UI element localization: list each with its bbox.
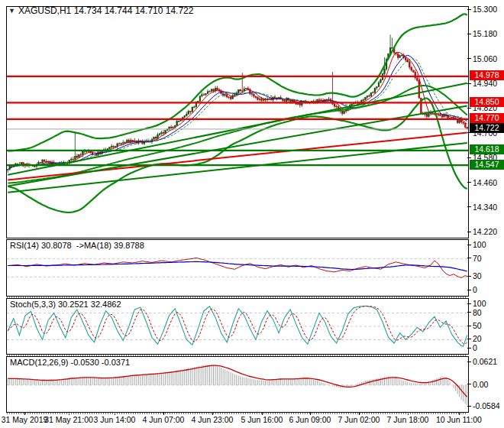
sub-tick-label: 20 — [473, 334, 482, 343]
sub-tick-label: 0.00 — [473, 380, 488, 389]
bar-tick-strip — [7, 297, 467, 298]
time-axis-label: 4 Jun 07:00 — [143, 415, 185, 424]
price-tick-label: 14.220 — [473, 227, 497, 236]
price-badge-resistance: 14.978 — [470, 70, 504, 80]
sub-tick — [467, 290, 471, 290]
price-badge-support: 14.547 — [470, 160, 504, 170]
sub-tick — [467, 245, 471, 245]
macd-label: MACD(12,26,9) -0.0530 -0.0371 — [10, 358, 130, 367]
time-axis-label: 31 May 2019 — [2, 415, 48, 424]
trading-terminal-chart: { "header": { "symbol": "XAGUSD,H1", "oh… — [0, 0, 504, 428]
sub-tick-label: 80 — [473, 308, 482, 317]
rsi-panel[interactable]: RSI(14) 30.8078 ->MA(18) 39.8788 — [6, 239, 469, 297]
price-tick — [467, 34, 471, 34]
price-tick-label: 15.300 — [473, 5, 497, 14]
candlestick-canvas[interactable] — [7, 7, 468, 238]
stochastic-panel[interactable]: Stoch(5,3,3) 30.2521 32.4862 — [6, 298, 469, 355]
sub-tick — [467, 326, 471, 326]
price-tick-label: 15.060 — [473, 54, 497, 63]
sub-tick-label: 50 — [473, 321, 482, 330]
price-tick — [467, 9, 471, 10]
sub-tick — [467, 384, 471, 384]
price-badge-resistance: 14.770 — [470, 113, 504, 123]
sub-tick — [467, 339, 471, 339]
sub-tick — [467, 276, 471, 277]
time-axis-label: 5 Jun 16:00 — [241, 415, 283, 424]
time-axis-label: 31 May 21:00 — [44, 415, 93, 424]
price-chart-panel[interactable] — [6, 6, 469, 238]
sub-tick-label: -0.0584 — [473, 401, 500, 410]
stochastic-label: Stoch(5,3,3) 30.2521 32.4862 — [10, 300, 121, 309]
price-tick — [467, 182, 471, 183]
time-axis-label: 7 Jun 18:00 — [387, 415, 429, 424]
macd-panel[interactable]: MACD(12,26,9) -0.0530 -0.0371 — [6, 356, 469, 413]
time-axis-label: 6 Jun 09:00 — [289, 415, 331, 424]
time-axis-label: 4 Jun 23:00 — [192, 415, 234, 424]
time-axis-label: 10 Jun 11:00 — [436, 415, 482, 424]
sub-tick — [467, 312, 471, 313]
rsi-label: RSI(14) 30.8078 ->MA(18) 39.8788 — [10, 241, 144, 250]
bar-tick-strip — [7, 355, 467, 356]
price-tick — [467, 83, 471, 84]
sub-tick-label: 70 — [473, 254, 482, 263]
price-tick — [467, 157, 471, 158]
price-tick-label: 14.340 — [473, 203, 497, 212]
symbol-dropdown-icon[interactable]: ▼ — [8, 7, 15, 15]
sub-tick-label: 100 — [473, 299, 486, 308]
price-badge-current: 14.722 — [470, 123, 504, 133]
price-badge-resistance: 14.850 — [470, 97, 504, 107]
sub-tick-label: 0.0621 — [473, 357, 497, 366]
price-tick-label: 14.460 — [473, 178, 497, 187]
price-tick — [467, 206, 471, 207]
time-axis-label: 7 Jun 02:00 — [338, 415, 380, 424]
price-tick — [467, 108, 471, 109]
sub-tick-label: 30 — [473, 271, 482, 280]
time-axis-label: 3 Jun 14:00 — [94, 415, 136, 424]
symbol-label: XAGUSD,H1 — [18, 5, 71, 16]
sub-tick-label: 0 — [473, 343, 477, 352]
sub-tick-label: 100 — [473, 240, 486, 249]
sub-tick — [467, 362, 471, 362]
sub-tick — [467, 406, 471, 407]
price-tick-label: 15.180 — [473, 29, 497, 38]
sub-tick — [467, 348, 471, 349]
sub-tick-label: 0 — [473, 285, 477, 294]
ohlc-text: 14.734 14.744 14.710 14.722 — [74, 5, 194, 16]
sub-tick — [467, 258, 471, 258]
bar-tick-strip — [7, 413, 467, 414]
price-tick — [467, 232, 471, 232]
price-badge-support: 14.618 — [470, 144, 504, 154]
price-tick — [467, 58, 471, 59]
sub-tick — [467, 303, 471, 304]
chart-title: ▼XAGUSD,H1 14.734 14.744 14.710 14.722 — [8, 5, 193, 16]
